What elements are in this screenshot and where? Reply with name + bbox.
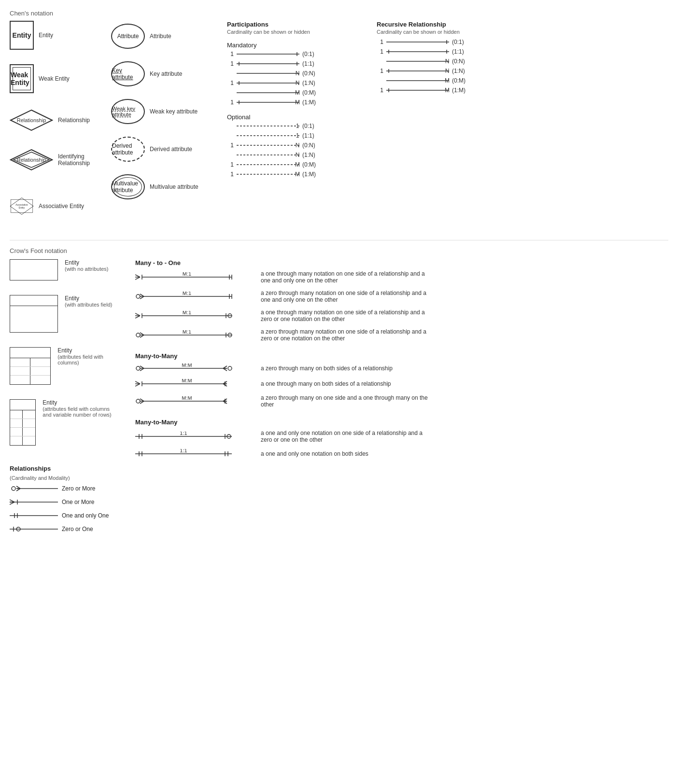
participations-subheader: Cardinality can be shown or hidden <box>227 29 362 35</box>
attr-weakkey-desc: Weak key attribute <box>150 108 208 115</box>
svg-text:M:1: M:1 <box>183 292 191 296</box>
relationship-shape: Relationship <box>10 108 53 133</box>
recursive-01-line <box>386 39 449 45</box>
mandatory-section: Mandatory 1 (0:1) 1 <box>227 39 362 109</box>
optional-1M-line: M <box>237 171 299 178</box>
participation-optional-1N: N (1:N) <box>227 152 362 158</box>
crows-entities-col: Entity (with no attributes) Entity (with… <box>10 259 116 539</box>
crows-entity-attr-rows-shape <box>10 399 36 446</box>
participation-mandatory-0M: M (0:M) <box>227 89 362 96</box>
crows-entity-no-attr-sublabel: (with no attributes) <box>65 266 108 272</box>
m1-desc-2: a zero through many notation on one side… <box>261 290 430 303</box>
zero-or-one-symbol <box>10 525 58 533</box>
crows-entity-attr-rows-sublabel: (attributes field with columns and varia… <box>42 406 116 418</box>
crows-m1-row3: M:1 a one through many notation on one s… <box>135 309 668 322</box>
svg-point-108 <box>228 366 232 370</box>
crows-11-row2: 1:1 a one and only one notation on both … <box>135 449 668 459</box>
one-or-more-symbol <box>10 498 58 506</box>
svg-text:M: M <box>295 161 299 168</box>
participation-optional-1M: 1 M (1:M) <box>227 171 362 178</box>
m1-desc-4: a zero through many notation on one side… <box>261 328 430 342</box>
attr-key-row: Key attribute Key attribute <box>111 61 208 86</box>
mandatory-0M-line: M <box>237 89 299 96</box>
legend-one-more-row: One or More <box>10 498 116 506</box>
attr-weakkey-label: Weak key attribute <box>112 106 144 117</box>
weak-entity-desc: Weak Entity <box>39 75 97 82</box>
mandatory-1M-line: M <box>237 99 299 106</box>
crows-entity-no-attr-label: Entity <box>65 259 108 266</box>
svg-point-91 <box>136 333 140 337</box>
svg-text:N: N <box>296 152 299 158</box>
m1-line-1: M:1 <box>135 272 256 282</box>
mm-desc-2: a one through many on both sides of a re… <box>261 380 391 387</box>
attr-derived-label: Derived attribute <box>112 142 144 156</box>
svg-text:N: N <box>445 58 449 65</box>
many-to-many-header: Many-to-Many <box>135 352 668 360</box>
m1-desc-1: a one through many notation on one side … <box>261 270 430 284</box>
crows-mm-row2: M:M a one through many on both sides of … <box>135 379 668 389</box>
relationship-desc: Relationship <box>58 117 116 124</box>
optional-section: Optional 1 (0:1) 1 <box>227 111 362 181</box>
entity-label: Entity <box>13 31 31 39</box>
chen-header: Chen's notation <box>10 10 668 17</box>
optional-0M-line: M <box>237 161 299 168</box>
mandatory-11-line <box>237 60 299 67</box>
attr-key-label: Key attribute <box>112 67 144 81</box>
optional-11-line: 1 <box>237 132 299 139</box>
svg-text:M:M: M:M <box>182 396 192 401</box>
mandatory-0N-line: N <box>237 70 299 77</box>
svg-text:Relationship: Relationship <box>17 157 46 163</box>
recursive-1M: 1 M (1:M) <box>377 87 512 94</box>
mm-line-1: M:M <box>135 364 256 373</box>
mandatory-label: Mandatory <box>227 42 362 49</box>
mm-line-3: M:M <box>135 396 256 406</box>
crows-entity-attr-cols-shape <box>10 347 51 385</box>
identifying-relationship-shape: Relationship <box>10 147 53 172</box>
participation-mandatory-01: 1 (0:1) <box>227 51 362 57</box>
attr-multivalue-label: Multivalue attribute <box>112 180 144 194</box>
legend-zero-more-row: Zero or More <box>10 485 116 492</box>
participation-optional-0M: 1 M (0:M) <box>227 161 362 168</box>
recursive-11: 1 (1:1) <box>377 48 512 55</box>
zero-or-more-symbol <box>10 485 58 492</box>
chen-notation-section: Chen's notation Entity Entity Weak Entit… <box>10 10 668 225</box>
svg-text:1:1: 1:1 <box>180 449 187 453</box>
svg-text:M:M: M:M <box>182 364 192 368</box>
svg-point-119 <box>136 399 140 403</box>
crows-header: Crow's Foot notation <box>10 247 668 254</box>
svg-text:M:1: M:1 <box>183 311 191 315</box>
attr-derived-shape: Derived attribute <box>111 137 145 162</box>
legend-zero-one-label: Zero or One <box>62 526 93 532</box>
mandatory-01-line <box>237 51 299 57</box>
crows-entity-attr-rows-label: Entity <box>42 399 116 406</box>
svg-text:N: N <box>296 70 299 77</box>
11-line-1: 1:1 <box>135 432 256 441</box>
attr-multivalue-shape: Multivalue attribute <box>111 174 145 199</box>
participation-mandatory-1M: 1 M (1:M) <box>227 99 362 106</box>
participation-optional-11: 1 (1:1) <box>227 132 362 139</box>
optional-1N-line: N <box>237 152 299 158</box>
crows-entity-attr-cols-row: Entity (attributes field with columns) <box>10 347 116 385</box>
svg-text:M: M <box>295 99 299 106</box>
optional-01-line: 1 <box>237 123 299 129</box>
crows-mm-row1: M:M a zero through many on both sides of… <box>135 364 668 373</box>
crows-entity-no-attr-row: Entity (with no attributes) <box>10 259 116 280</box>
recursive-0M-line: M <box>386 77 449 84</box>
attr-normal-desc: Attribute <box>150 33 208 40</box>
legend-one-more-label: One or More <box>62 499 94 505</box>
chen-shapes-col: Entity Entity Weak Entity Weak Entity Re… <box>10 21 97 225</box>
svg-text:Entity: Entity <box>19 206 25 209</box>
m1-desc-3: a one through many notation on one side … <box>261 309 430 322</box>
recursive-11-line <box>386 48 449 55</box>
weak-entity-label: Weak Entity <box>11 71 33 86</box>
attr-derived-desc: Derived attribute <box>150 146 208 153</box>
attr-normal-label: Attribute <box>117 33 139 40</box>
svg-text:Associative: Associative <box>15 203 28 206</box>
recursive-0N: N (0:N) <box>377 58 512 65</box>
svg-text:M: M <box>445 87 449 94</box>
svg-text:M: M <box>295 89 299 96</box>
recursive-1M-line: M <box>386 87 449 94</box>
recursive-1N-line: N <box>386 68 449 74</box>
attr-multivalue-row: Multivalue attribute Multivalue attribut… <box>111 174 208 199</box>
attr-normal-shape: Attribute <box>111 24 145 49</box>
